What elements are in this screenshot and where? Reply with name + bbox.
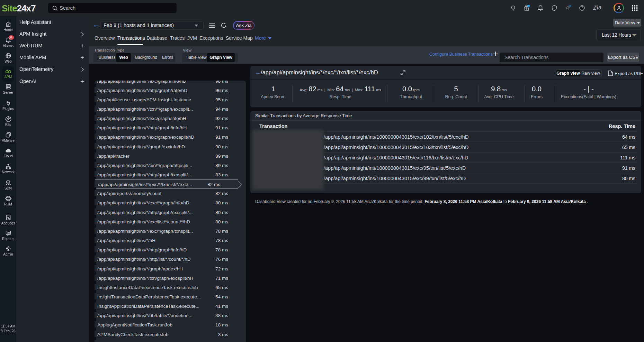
- svg-text:?: ?: [581, 6, 583, 10]
